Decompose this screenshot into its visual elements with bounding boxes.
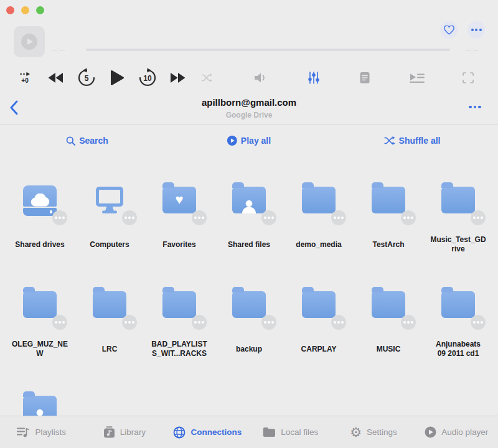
drive-item-icon[interactable] — [371, 286, 406, 321]
drive-item-music[interactable]: MUSIC — [354, 286, 423, 358]
drive-item-icon[interactable] — [232, 182, 266, 217]
previous-track-button[interactable] — [47, 72, 64, 84]
shuffle-icon — [384, 136, 395, 145]
album-art-placeholder[interactable] — [14, 26, 45, 57]
drive-item-bad-playlist-s-wit-racks[interactable]: BAD_PLAYLIST S_WIT...RACKS — [144, 286, 214, 358]
audio-player-icon — [425, 426, 436, 438]
tab-local-files[interactable]: Local files — [249, 416, 332, 448]
shuffle-button[interactable] — [201, 73, 212, 82]
drive-item-icon[interactable] — [232, 286, 266, 321]
play-circle-icon — [227, 136, 237, 146]
next-track-button[interactable] — [169, 72, 187, 84]
drive-item-icon[interactable] — [301, 182, 336, 217]
seek-offset-button[interactable]: +0 — [19, 72, 31, 84]
queue-button[interactable] — [410, 73, 425, 83]
item-more-button[interactable] — [471, 210, 486, 225]
item-more-button[interactable] — [122, 315, 137, 330]
search-button[interactable]: Search — [66, 133, 108, 148]
drive-item-testarch[interactable]: TestArch — [354, 182, 423, 254]
item-more-button[interactable] — [261, 315, 276, 330]
seek-offset-icon: +0 — [19, 72, 31, 84]
fast-forward-icon — [169, 72, 187, 84]
drive-item-label: Favorites — [162, 235, 195, 254]
progress-bar[interactable] — [86, 49, 450, 51]
item-more-button[interactable] — [261, 210, 276, 225]
drive-item-backup[interactable]: backup — [214, 286, 284, 358]
header-more-button[interactable] — [466, 101, 484, 113]
volume-button[interactable] — [254, 72, 268, 83]
item-more-button[interactable] — [401, 210, 416, 225]
drive-item-anjunabeats-09-2011-cd1[interactable]: Anjunabeats 09 2011 cd1 — [423, 286, 493, 358]
tab-settings[interactable]: ⚙Settings — [332, 416, 415, 448]
favorite-button[interactable] — [440, 21, 458, 39]
tab-connections[interactable]: Connections — [166, 416, 249, 448]
elapsed-time: --:-- — [52, 47, 65, 54]
shuffle-all-button[interactable]: Shuffle all — [384, 133, 441, 148]
tab-audio-player[interactable]: Audio player — [415, 416, 498, 448]
drive-item-icon[interactable] — [22, 182, 57, 217]
drive-item-icon[interactable] — [371, 182, 406, 217]
tab-library[interactable]: Library — [83, 416, 166, 448]
fullscreen-icon — [462, 72, 474, 84]
folder-icon — [162, 291, 196, 318]
heart-glyph: ♥ — [175, 193, 183, 207]
rewind-icon — [47, 72, 64, 84]
transport-controls: +0 5 10 — [0, 65, 498, 91]
computer-icon — [92, 182, 127, 217]
drive-item-lrc[interactable]: LRC — [75, 286, 144, 358]
play-all-button[interactable]: Play all — [227, 133, 271, 148]
item-more-button[interactable] — [52, 210, 67, 225]
skip-back-5-button[interactable]: 5 — [77, 68, 96, 88]
drive-item-icon[interactable]: ♥ — [162, 182, 197, 217]
drive-item-oleg-muz-ne-w[interactable]: OLEG_MUZ_NE W — [5, 286, 75, 358]
drive-item-shared-files[interactable]: Shared files — [214, 182, 284, 254]
minimize-window-button[interactable] — [21, 6, 29, 14]
close-window-button[interactable] — [6, 6, 14, 14]
account-title: apillborn@gmail.com — [0, 97, 498, 108]
drive-item-computers[interactable]: Computers — [75, 182, 144, 254]
tab-playlists[interactable]: Playlists — [0, 416, 83, 448]
item-more-button[interactable] — [471, 315, 486, 330]
cloud-drive-icon — [23, 185, 57, 216]
drive-item-music-test-gd-rive[interactable]: Music_Test_GD rive — [423, 182, 493, 254]
folder-heart-icon: ♥ — [162, 187, 196, 213]
drive-item-icon[interactable] — [162, 286, 197, 321]
drive-item-icon[interactable] — [301, 286, 336, 321]
bottom-tab-bar: PlaylistsLibraryConnectionsLocal files⚙S… — [0, 416, 498, 448]
item-more-button[interactable] — [122, 210, 137, 225]
item-more-button[interactable] — [52, 315, 67, 330]
playlists-icon — [17, 427, 30, 438]
drive-item-icon[interactable] — [22, 286, 57, 321]
zoom-window-button[interactable] — [36, 6, 44, 14]
duration-time: --:-- — [466, 47, 479, 54]
item-more-button[interactable] — [192, 315, 207, 330]
item-more-button[interactable] — [331, 315, 346, 330]
item-more-button[interactable] — [401, 315, 416, 330]
item-more-button[interactable] — [331, 210, 346, 225]
drive-item-demo-media[interactable]: demo_media — [284, 182, 354, 254]
drive-item-icon[interactable] — [92, 182, 127, 217]
drive-item-icon[interactable] — [441, 286, 476, 321]
folder-icon — [232, 291, 266, 318]
skip-forward-10-button[interactable]: 10 — [138, 68, 157, 88]
drive-item-icon[interactable] — [441, 182, 476, 217]
player-more-button[interactable] — [467, 21, 485, 39]
drive-item-shared-drives[interactable]: Shared drives — [5, 182, 75, 254]
equalizer-button[interactable] — [308, 71, 320, 85]
lyrics-button[interactable] — [359, 72, 370, 84]
tab-label: Playlists — [35, 427, 66, 437]
drive-item-favorites[interactable]: ♥Favorites — [144, 182, 214, 254]
drive-item-icon[interactable] — [92, 286, 127, 321]
skip-forward-10-icon: 10 — [138, 68, 157, 88]
play-button[interactable] — [110, 70, 125, 86]
drive-item-label: CARPLAY — [301, 340, 337, 358]
drive-item-carplay[interactable]: CARPLAY — [284, 286, 354, 358]
play-all-label: Play all — [241, 136, 271, 146]
skip-back-5-icon: 5 — [77, 68, 96, 88]
item-more-button[interactable] — [192, 210, 207, 225]
drive-item-label: Music_Test_GD rive — [430, 235, 486, 254]
drive-item-label: Computers — [90, 235, 129, 254]
volume-icon — [254, 72, 268, 83]
fullscreen-button[interactable] — [462, 72, 474, 84]
tab-label: Library — [120, 427, 146, 437]
